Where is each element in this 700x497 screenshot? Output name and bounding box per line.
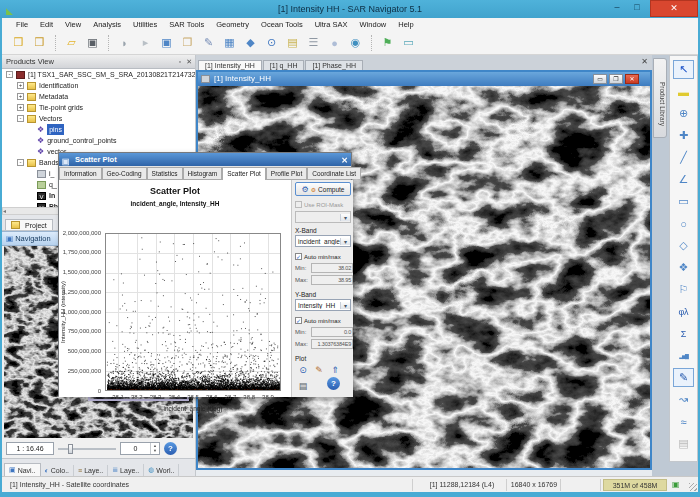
document-tab-1-phase-hh[interactable]: [1] Phase_HH: [305, 60, 363, 70]
roi-mask-box-icon[interactable]: [295, 201, 302, 208]
export-layers-icon[interactable]: ▤: [283, 34, 302, 52]
tab-project[interactable]: Project: [5, 219, 53, 230]
gc-status-icon[interactable]: ▣: [672, 479, 680, 491]
x-band-dropdown[interactable]: incident_angle▾: [295, 235, 351, 247]
histogram-tool[interactable]: ▂▅▇: [673, 346, 694, 365]
diamond-icon[interactable]: ◆: [241, 34, 260, 52]
tab-worl[interactable]: ◍Worl..: [144, 464, 179, 476]
marker-tool[interactable]: ▬: [673, 82, 694, 101]
dialog-tab-scatter-plot[interactable]: Scatter Plot: [222, 167, 266, 180]
zoom-slider-thumb[interactable]: [68, 444, 73, 454]
tree-row-identification[interactable]: +Identification: [2, 80, 195, 91]
tab-navi[interactable]: ▣Navi..: [4, 463, 41, 476]
image-window-close-icon[interactable]: ✕: [625, 74, 639, 84]
tab-laye[interactable]: ≡Laye..: [74, 465, 108, 476]
tree-row-ground-control-points[interactable]: ❖ground_control_points: [2, 135, 195, 146]
image-view-icon[interactable]: ▣: [157, 34, 176, 52]
draw-tool[interactable]: ✎: [673, 368, 694, 387]
scatter-canvas[interactable]: [105, 233, 281, 391]
polygon-tool[interactable]: ◇: [673, 236, 694, 255]
memory-indicator[interactable]: 351M of 458M: [603, 479, 667, 491]
database-icon[interactable]: ☰: [304, 34, 323, 52]
dialog-tab-statistics[interactable]: Statistics: [147, 167, 183, 179]
measurement-icon[interactable]: ▭: [399, 34, 418, 52]
scroll-left-icon[interactable]: ◂: [3, 208, 6, 214]
tree-row-tie-point-grids[interactable]: +Tie-point grids: [2, 102, 195, 113]
line-tool[interactable]: ╱: [673, 148, 694, 167]
plot-edit-icon[interactable]: ✎: [312, 363, 326, 377]
rectangle-tool[interactable]: ▭: [673, 192, 694, 211]
globe-stand-icon[interactable]: ⊙: [262, 34, 281, 52]
polyline-tool[interactable]: ∠: [673, 170, 694, 189]
document-tab-1-q-hh[interactable]: [1] q_HH: [263, 60, 305, 70]
x-auto-check-icon[interactable]: ✓: [295, 253, 302, 260]
menu-item-ultra-sax[interactable]: Ultra SAX: [309, 18, 354, 31]
statistics-tool[interactable]: Σ: [673, 324, 694, 343]
geo-position-tool[interactable]: φλ: [673, 302, 694, 321]
ellipse-tool[interactable]: ○: [673, 214, 694, 233]
dialog-tab-profile-plot[interactable]: Profile Plot: [266, 167, 307, 179]
menu-item-help[interactable]: Help: [392, 18, 419, 31]
menu-item-file[interactable]: File: [10, 18, 34, 31]
tree-row-metadata[interactable]: +Metadata: [2, 91, 195, 102]
y-auto-check-icon[interactable]: ✓: [295, 317, 302, 324]
roi-mask-checkbox[interactable]: Use ROI-Mask: [295, 200, 353, 209]
menu-item-geometry[interactable]: Geometry: [210, 18, 255, 31]
menu-item-edit[interactable]: Edit: [34, 18, 59, 31]
open-product-icon[interactable]: ❒: [9, 34, 28, 52]
expand-icon[interactable]: +: [17, 82, 24, 89]
dialog-tab-geo-coding[interactable]: Geo-Coding: [102, 167, 147, 179]
panel-float-icon[interactable]: ▫: [179, 58, 181, 65]
close-button[interactable]: ✕: [650, 0, 698, 17]
plot-zoom-icon[interactable]: ⊙: [296, 363, 310, 377]
compute-button[interactable]: ⚙⚙ Compute: [295, 182, 351, 196]
expand-icon[interactable]: +: [17, 93, 24, 100]
tab-colo[interactable]: ◐Colo..: [41, 465, 75, 476]
rotation-spinner[interactable]: 0 ▲▼: [120, 442, 160, 455]
open-icon[interactable]: ▱: [62, 34, 81, 52]
select-tool[interactable]: ↖: [673, 60, 694, 79]
zoom-tool[interactable]: ⊕: [673, 104, 694, 123]
tree-row-1-tsx1-sar-ssc-sm-s-sra-20130821t214732-201[interactable]: -[1] TSX1_SAR_SSC_SM_S_SRA_20130821T2147…: [2, 69, 195, 80]
collapse-icon[interactable]: -: [6, 71, 13, 78]
import-product-icon[interactable]: ❒: [30, 34, 49, 52]
world-map-icon[interactable]: ◉: [346, 34, 365, 52]
menu-item-ocean-tools[interactable]: Ocean Tools: [255, 18, 309, 31]
collapse-icon[interactable]: -: [17, 115, 24, 122]
run-arrow-icon[interactable]: ▸: [136, 34, 155, 52]
plot-export-icon[interactable]: ⇑: [328, 363, 342, 377]
shapes-tool[interactable]: ❖: [673, 258, 694, 277]
dialog-tab-histogram[interactable]: Histogram: [183, 167, 223, 179]
y-auto-minmax-checkbox[interactable]: ✓ Auto min/max: [295, 316, 353, 325]
product-library-tab[interactable]: Product Library: [653, 58, 667, 138]
plot-print-icon[interactable]: ▤: [296, 379, 310, 393]
zoom-ratio-input[interactable]: 1 : 16.46: [6, 442, 54, 455]
minimize-button[interactable]: –: [608, 0, 626, 17]
spectrum-tool[interactable]: ≈: [673, 412, 694, 431]
expand-icon[interactable]: +: [17, 104, 24, 111]
pan-tool[interactable]: ✚: [673, 126, 694, 145]
image-window-minimize-icon[interactable]: ▭: [593, 74, 607, 84]
save-icon[interactable]: ▣: [83, 34, 102, 52]
menu-item-window[interactable]: Window: [354, 18, 393, 31]
gcp-manager-icon[interactable]: ⚑: [378, 34, 397, 52]
reader-icon[interactable]: ◗: [115, 34, 134, 52]
navigation-help-button[interactable]: ?: [164, 442, 177, 455]
maximize-button[interactable]: □: [628, 0, 646, 17]
pin-tool[interactable]: ⚐: [673, 280, 694, 299]
collapse-icon[interactable]: -: [17, 159, 24, 166]
profile-tool[interactable]: ↝: [673, 390, 694, 409]
spinner-arrows-icon[interactable]: ▲▼: [150, 443, 159, 454]
y-band-dropdown[interactable]: Intensity_HH▾: [295, 299, 351, 311]
panel-close-icon[interactable]: ✕: [186, 58, 192, 65]
document-tab-1-intensity-hh[interactable]: [1] Intensity_HH: [198, 60, 262, 70]
annotation-icon[interactable]: ✎: [199, 34, 218, 52]
dialog-titlebar[interactable]: ▣ Scatter Plot ✕: [59, 153, 351, 166]
image-window-restore-icon[interactable]: ❐: [609, 74, 623, 84]
tab-laye[interactable]: ≣Laye..: [108, 464, 144, 476]
tabstrip-close-icon[interactable]: ✕: [641, 57, 648, 66]
menu-item-sar-tools[interactable]: SAR Tools: [163, 18, 210, 31]
x-auto-minmax-checkbox[interactable]: ✓ Auto min/max: [295, 252, 353, 261]
resize-grip[interactable]: [689, 483, 697, 491]
tree-row-vectors[interactable]: -Vectors: [2, 113, 195, 124]
